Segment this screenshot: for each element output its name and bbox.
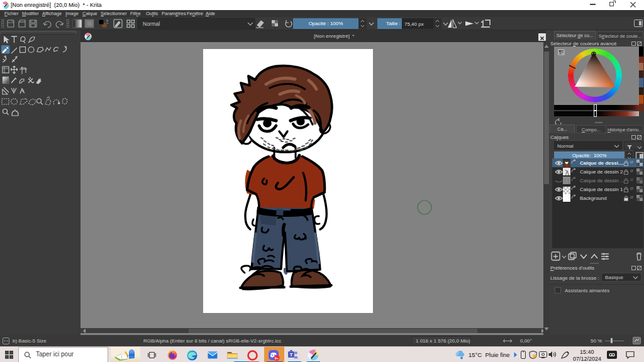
svg-text:9+: 9+ [275, 356, 279, 360]
svg-text:T: T [290, 352, 293, 358]
svg-text:Normal: Normal [143, 21, 160, 27]
